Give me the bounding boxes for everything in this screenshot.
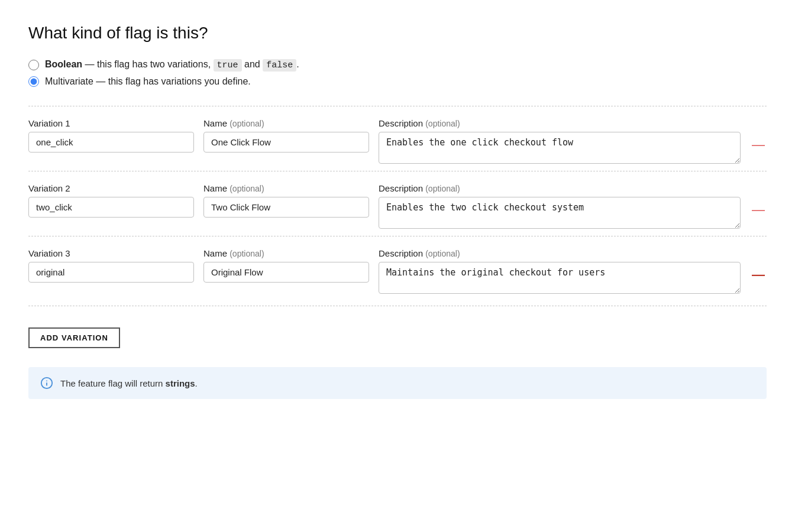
variation-3-desc-input[interactable]: Maintains the original checkout for user… [379, 262, 741, 294]
multivariate-radio-label: Multivariate — this flag has variations … [45, 76, 251, 87]
boolean-radio-label: Boolean — this flag has two variations, … [45, 59, 299, 70]
variation-1-desc-input[interactable]: Enables the one click checkout flow [379, 132, 741, 164]
variation-3-section: Variation 3 Name (optional) Description … [28, 236, 767, 296]
variation-3-desc-label: Description (optional) [379, 248, 741, 258]
variation-1-remove-button[interactable]: — [750, 135, 767, 155]
variation-1-desc-col: Description (optional) Enables the one c… [379, 118, 741, 166]
boolean-radio-option[interactable]: Boolean — this flag has two variations, … [28, 59, 767, 70]
variation-3-name-label: Name (optional) [203, 248, 369, 258]
add-variation-button[interactable]: ADD VARIATION [28, 327, 120, 348]
flag-type-radio-group: Boolean — this flag has two variations, … [28, 59, 767, 87]
variation-3-row: Variation 3 Name (optional) Description … [28, 248, 767, 296]
false-code: false [263, 59, 296, 72]
variation-2-desc-col: Description (optional) Enables the two c… [379, 183, 741, 231]
variation-2-remove-button[interactable]: — [750, 200, 767, 220]
add-variation-container: ADD VARIATION [28, 306, 767, 367]
variation-3-fields: Variation 3 Name (optional) Description … [28, 248, 741, 296]
variation-3-desc-col: Description (optional) Maintains the ori… [379, 248, 741, 296]
info-text-bold: strings [166, 378, 195, 388]
variation-1-name-col: Name (optional) [203, 118, 369, 166]
variation-2-name-input[interactable] [203, 197, 369, 218]
info-text-after: . [195, 378, 198, 388]
variation-1-name-input[interactable] [203, 132, 369, 153]
variation-1-row: Variation 1 Name (optional) Description … [28, 118, 767, 166]
variation-1-divider [28, 106, 767, 106]
info-text-before: The feature flag will return [60, 378, 166, 388]
variation-2-col: Variation 2 [28, 183, 194, 231]
info-banner: The feature flag will return strings. [28, 367, 767, 399]
info-icon [40, 377, 53, 390]
variation-3-col: Variation 3 [28, 248, 194, 296]
variation-1-fields: Variation 1 Name (optional) Description … [28, 118, 741, 166]
variation-1-desc-label: Description (optional) [379, 118, 741, 128]
boolean-suffix: . [296, 59, 299, 69]
variation-3-value-input[interactable] [28, 262, 194, 283]
multivariate-radio-option[interactable]: Multivariate — this flag has variations … [28, 76, 767, 87]
variation-3-label: Variation 3 [28, 248, 194, 258]
boolean-label-text: — this flag has two variations, [82, 59, 213, 69]
boolean-label-prefix: Boolean [45, 59, 82, 69]
variation-1-label: Variation 1 [28, 118, 194, 128]
info-banner-text: The feature flag will return strings. [60, 378, 198, 388]
variation-1-name-label: Name (optional) [203, 118, 369, 128]
variation-2-divider [28, 171, 767, 171]
variation-2-row: Variation 2 Name (optional) Description … [28, 183, 767, 231]
variation-2-desc-input[interactable]: Enables the two click checkout system [379, 197, 741, 229]
boolean-and: and [242, 59, 263, 69]
page-title: What kind of flag is this? [28, 24, 767, 43]
variation-2-value-input[interactable] [28, 197, 194, 218]
variation-1-value-input[interactable] [28, 132, 194, 153]
variation-1-section: Variation 1 Name (optional) Description … [28, 106, 767, 166]
add-variation-divider [28, 306, 767, 306]
variation-1-col: Variation 1 [28, 118, 194, 166]
variation-3-divider [28, 236, 767, 236]
variation-2-name-label: Name (optional) [203, 183, 369, 193]
variation-3-name-col: Name (optional) [203, 248, 369, 296]
variation-2-name-col: Name (optional) [203, 183, 369, 231]
variations-container: Variation 1 Name (optional) Description … [28, 106, 767, 296]
true-code: true [214, 59, 242, 72]
variation-2-section: Variation 2 Name (optional) Description … [28, 171, 767, 231]
boolean-radio-input[interactable] [28, 60, 39, 70]
variation-3-remove-button[interactable]: — [750, 265, 767, 285]
variation-2-fields: Variation 2 Name (optional) Description … [28, 183, 741, 231]
multivariate-radio-input[interactable] [28, 76, 39, 87]
variation-2-label: Variation 2 [28, 183, 194, 193]
variation-2-desc-label: Description (optional) [379, 183, 741, 193]
variation-3-name-input[interactable] [203, 262, 369, 283]
